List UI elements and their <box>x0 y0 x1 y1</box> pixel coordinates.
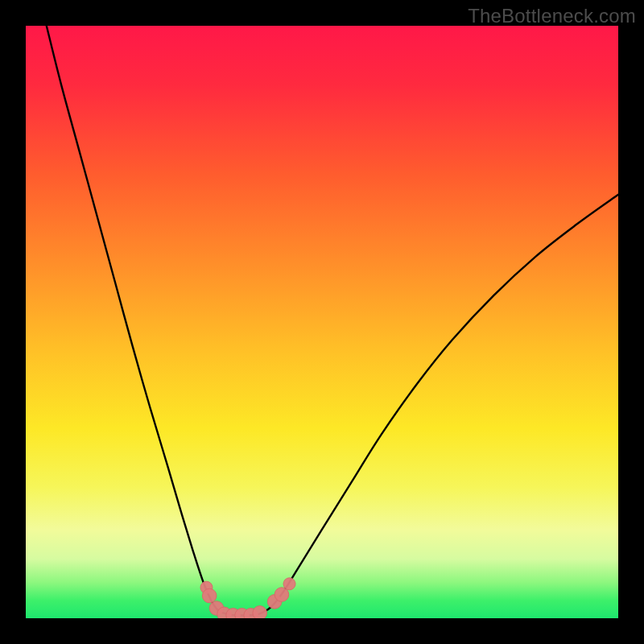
valley-marker <box>283 578 295 590</box>
plot-area <box>26 26 618 618</box>
watermark-text: TheBottleneck.com <box>468 5 636 27</box>
valley-marker <box>253 606 267 618</box>
bottleneck-chart <box>26 26 618 618</box>
valley-marker <box>202 588 217 603</box>
chart-frame: TheBottleneck.com <box>0 0 644 644</box>
